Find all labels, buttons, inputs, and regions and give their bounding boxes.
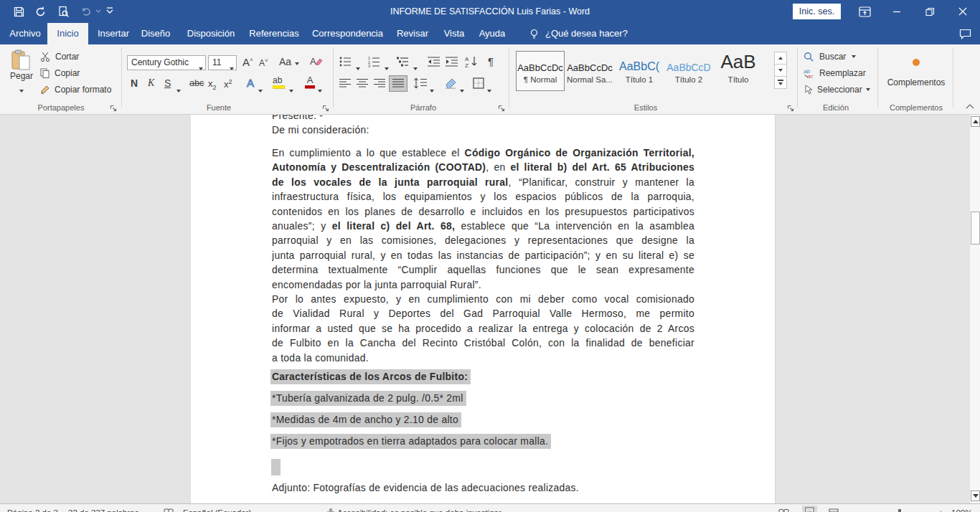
language-indicator[interactable]: Español (Ecuador)	[183, 508, 251, 512]
align-center-button[interactable]	[357, 78, 368, 89]
word-count[interactable]: 32 de 337 palabras	[68, 508, 138, 512]
close-button[interactable]	[948, 0, 977, 23]
font-dialog-launcher-icon[interactable]	[322, 105, 331, 113]
find-button[interactable]: Buscar	[804, 50, 856, 63]
text-effects-dropdown-icon[interactable]	[258, 82, 263, 95]
paste-button[interactable]: Pegar	[6, 47, 37, 102]
zoom-level[interactable]: 100%	[951, 508, 972, 512]
style--normal[interactable]: AaBbCcDc¶ Normal	[517, 52, 564, 90]
cut-button[interactable]: Cortar	[40, 50, 79, 63]
accessibility-status[interactable]: Accesibilidad: es posible que deba inves…	[337, 508, 501, 512]
align-right-button[interactable]	[374, 78, 385, 89]
select-button[interactable]: Seleccionar	[804, 83, 870, 96]
zoom-out-button[interactable]: −	[857, 508, 862, 512]
tab-diseño[interactable]: Diseño	[136, 23, 176, 44]
styles-dialog-launcher-icon[interactable]	[787, 105, 796, 113]
text-run: de Fulbito en la Cancha del Recinto Cris…	[272, 337, 694, 349]
zoom-slider-handle[interactable]	[898, 509, 901, 512]
tell-me-box[interactable]: ¿Qué desea hacer?	[545, 23, 628, 44]
tab-referencias[interactable]: Referencias	[244, 23, 304, 44]
restore-button[interactable]	[915, 0, 944, 23]
tab-disposición[interactable]: Disposición	[180, 23, 242, 44]
underline-dropdown-icon[interactable]	[176, 82, 181, 95]
line-spacing-button[interactable]	[414, 77, 427, 89]
grow-font-button[interactable]: A˄	[242, 56, 253, 68]
comment-icon[interactable]	[959, 29, 971, 41]
strikethrough-button[interactable]: abc	[189, 78, 204, 88]
font-size-combobox[interactable]: 11	[208, 55, 237, 70]
shrink-font-button[interactable]: A˅	[259, 57, 268, 68]
style-t-tulo[interactable]: AaBTítulo	[715, 52, 762, 90]
align-left-button[interactable]	[339, 78, 351, 89]
multilevel-dropdown-icon[interactable]	[413, 60, 418, 73]
web-layout-icon[interactable]	[829, 508, 839, 512]
addins-button[interactable]: Complementos	[881, 50, 951, 87]
underline-button[interactable]: S	[164, 77, 171, 89]
bullets-dropdown-icon[interactable]	[356, 60, 360, 73]
editing-group-label: Edición	[800, 103, 872, 112]
scroll-up-button[interactable]	[971, 116, 980, 127]
text-effects-button[interactable]: A	[247, 77, 254, 89]
proofing-icon[interactable]	[164, 508, 174, 512]
font-color-dropdown-icon[interactable]	[318, 82, 322, 95]
tab-vista[interactable]: Vista	[436, 23, 472, 44]
read-mode-icon[interactable]	[778, 508, 789, 512]
change-case-button[interactable]: Aa	[279, 56, 299, 67]
increase-indent-button[interactable]	[446, 56, 458, 67]
clipboard-dialog-launcher-icon[interactable]	[110, 105, 118, 113]
copy-button[interactable]: Copiar	[40, 67, 80, 80]
font-color-button[interactable]: A	[305, 76, 315, 89]
shading-dropdown-icon[interactable]	[460, 82, 464, 95]
scroll-down-button[interactable]	[971, 490, 980, 501]
style-normal-sa-[interactable]: AaBbCcDcNormal Sa...	[566, 52, 613, 90]
style-t-tulo-1[interactable]: AaBbC(Título 1	[616, 52, 663, 90]
highlight-button[interactable]: ab	[273, 77, 285, 89]
tab-ayuda[interactable]: Ayuda	[474, 23, 510, 44]
style-t-tulo-2[interactable]: AaBbCcDTítulo 2	[665, 52, 712, 90]
tab-insertar[interactable]: Insertar	[93, 23, 133, 44]
numbering-dropdown-icon[interactable]	[385, 60, 389, 73]
format-painter-button[interactable]: Copiar formato	[40, 83, 111, 96]
show-marks-button[interactable]: ¶	[488, 55, 494, 67]
numbering-button[interactable]: 123	[368, 56, 380, 67]
vertical-scrollbar[interactable]	[969, 115, 980, 503]
paragraph-dialog-launcher-icon[interactable]	[498, 105, 507, 113]
borders-button[interactable]	[473, 77, 484, 89]
shading-button[interactable]	[445, 77, 458, 89]
italic-button[interactable]: K	[148, 77, 154, 89]
svg-text:3: 3	[368, 64, 370, 67]
sign-in-button[interactable]: Inic. ses.	[793, 4, 841, 19]
borders-dropdown-icon[interactable]	[487, 82, 491, 95]
styles-scroll-up-button[interactable]	[774, 52, 787, 65]
text-run: informar a usted que se ha procedido a r…	[272, 323, 694, 334]
tab-inicio[interactable]: Inicio	[47, 23, 88, 44]
superscript-button[interactable]: x2	[224, 78, 232, 90]
tab-revisar[interactable]: Revisar	[391, 23, 434, 44]
decrease-indent-button[interactable]	[428, 56, 440, 67]
ribbon-display-options-icon[interactable]	[859, 6, 871, 18]
line-spacing-dropdown-icon[interactable]	[430, 82, 434, 95]
clear-formatting-button[interactable]: A	[310, 56, 323, 67]
highlight-dropdown-icon[interactable]	[289, 82, 293, 95]
justify-button[interactable]	[390, 76, 407, 91]
styles-more-button[interactable]	[774, 76, 787, 89]
font-name-combobox[interactable]: Century Gothic	[127, 55, 206, 70]
print-layout-icon[interactable]	[802, 506, 817, 512]
page-indicator[interactable]: Página 2 de 3	[7, 508, 58, 512]
zoom-in-button[interactable]: +	[938, 508, 943, 512]
tab-archivo[interactable]: Archivo	[9, 23, 41, 44]
bold-button[interactable]: N	[131, 77, 138, 89]
minimize-button[interactable]	[882, 0, 911, 23]
styles-scroll-down-button[interactable]	[774, 64, 787, 77]
ribbon-tab-bar: ¿Qué desea hacer? ArchivoInicioInsertarD…	[0, 23, 980, 44]
bullets-button[interactable]	[339, 56, 352, 67]
tab-correspondencia[interactable]: Correspondencia	[306, 23, 389, 44]
multilevel-list-button[interactable]	[397, 56, 409, 67]
document-page[interactable]: Presente. -De mi consideración:En cumpli…	[191, 115, 776, 503]
replace-button[interactable]: abac Reemplazar	[804, 67, 866, 80]
scrollbar-thumb[interactable]	[971, 212, 980, 245]
doc-line: contenidos en los planes de desarrollo e…	[272, 204, 694, 219]
sort-button[interactable]: AZ	[465, 55, 479, 67]
collapse-ribbon-icon[interactable]	[965, 103, 975, 110]
subscript-button[interactable]: x2	[208, 78, 217, 91]
